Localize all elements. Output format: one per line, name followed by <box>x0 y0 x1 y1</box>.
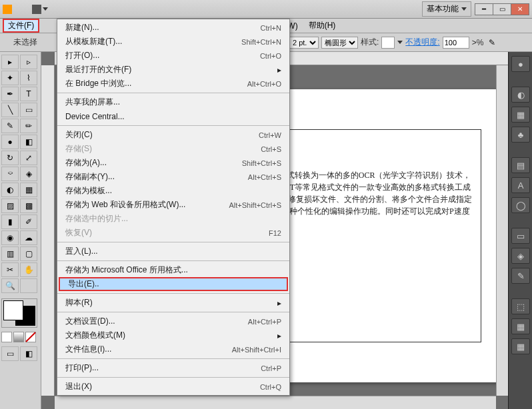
close-button[interactable]: ✕ <box>511 3 529 15</box>
tool-rotate[interactable]: ↻ <box>1 151 19 165</box>
tool-brush[interactable]: ✎ <box>1 119 19 133</box>
panel-icon-3[interactable]: ♣ <box>511 127 530 143</box>
menu-item[interactable]: 存储为(A)...Shift+Ctrl+S <box>57 156 289 170</box>
stroke-combo[interactable]: 2 pt. <box>289 37 319 49</box>
panel-icon-7[interactable]: ▭ <box>511 228 530 244</box>
menu-item[interactable]: 置入(L)... <box>57 244 289 258</box>
minimize-button[interactable]: ━ <box>475 3 493 15</box>
pct-label: >% <box>472 38 484 47</box>
menu-item[interactable]: 文件信息(I)...Alt+Shift+Ctrl+I <box>57 342 289 356</box>
panel-icon-1[interactable]: ◐ <box>511 87 530 103</box>
menu-item[interactable]: 脚本(R)▸ <box>57 296 289 310</box>
menu-item[interactable]: 存储副本(Y)...Alt+Ctrl+S <box>57 170 289 184</box>
menu-item[interactable]: 最近打开的文件(F)▸ <box>57 63 289 77</box>
tool-column-graph[interactable]: ▥ <box>1 246 19 261</box>
menu-item: 恢复(V)F12 <box>57 226 289 240</box>
menu-item[interactable]: 文档颜色模式(M)▸ <box>57 328 289 342</box>
style-swatch[interactable] <box>381 37 395 49</box>
ruler-vertical <box>41 65 55 396</box>
tool-pen[interactable]: ✒ <box>1 87 19 101</box>
tool-free[interactable]: ◈ <box>20 167 37 181</box>
layout-dropdown-icon[interactable] <box>43 7 48 11</box>
menu-file[interactable]: 文件(F) <box>3 19 39 33</box>
tool-shape-builder[interactable]: ◐ <box>1 183 19 197</box>
scrollbar-vertical[interactable] <box>496 65 508 396</box>
tool-mesh[interactable]: ▩ <box>20 199 37 213</box>
menu-item[interactable]: 从模板新建(T)...Shift+Ctrl+N <box>57 35 289 49</box>
toolbox: ▸▹ ✦⌇ ✒T ╲▭ ✎✏ ●◧ ↻⤢ ⌔◈ ◐▦ ▨▩ ▮✐ ◉☁ ▥▢ ✂… <box>0 52 41 409</box>
extra-icon[interactable]: ✎ <box>489 38 495 47</box>
menu-item[interactable]: 在 Bridge 中浏览...Alt+Ctrl+O <box>57 77 289 91</box>
panel-icon-8[interactable]: ◈ <box>511 248 530 264</box>
color-swatch[interactable] <box>1 298 37 328</box>
style-dropdown-icon[interactable] <box>397 41 403 44</box>
tool-live-paint[interactable]: ▦ <box>20 183 37 197</box>
panel-icon-10[interactable]: ⬚ <box>511 298 530 314</box>
style-label: 样式: <box>361 37 379 48</box>
tool-type[interactable]: T <box>20 87 37 101</box>
menu-item[interactable]: 共享我的屏幕... <box>57 95 289 109</box>
panel-icon-0[interactable]: ● <box>511 56 530 72</box>
fill-gradient[interactable] <box>13 332 24 342</box>
tool-slice[interactable]: ✂ <box>1 262 19 277</box>
workspace-switcher[interactable]: 基本功能 <box>422 1 471 17</box>
menu-help[interactable]: 帮助(H) <box>303 19 341 33</box>
tool-scale[interactable]: ⤢ <box>20 151 37 165</box>
tool-artboard[interactable]: ▢ <box>20 246 37 261</box>
menu-item[interactable]: 文档设置(D)...Alt+Ctrl+P <box>57 314 289 328</box>
chevron-down-icon <box>461 7 467 11</box>
workspace-label: 基本功能 <box>427 3 459 15</box>
tool-extra[interactable] <box>20 278 37 293</box>
panel-icon-9[interactable]: ✎ <box>511 268 530 284</box>
screen-mode[interactable]: ▭ <box>1 346 19 361</box>
tool-symbol[interactable]: ☁ <box>20 230 37 245</box>
menu-item[interactable]: 关闭(C)Ctrl+W <box>57 128 289 142</box>
tool-direct-select[interactable]: ▹ <box>20 55 37 69</box>
tool-wand[interactable]: ✦ <box>1 71 19 85</box>
right-panel: ●◐▦♣▤A◯▭◈✎⬚▦▦ <box>508 52 532 409</box>
panel-icon-6[interactable]: ◯ <box>511 197 530 213</box>
panel-icon-2[interactable]: ▦ <box>511 107 530 123</box>
tool-blend[interactable]: ◉ <box>1 230 19 245</box>
file-menu-dropdown: 新建(N)...Ctrl+N从模板新建(T)...Shift+Ctrl+N打开(… <box>57 19 290 396</box>
panel-icon-5[interactable]: A <box>511 177 530 193</box>
layout-icon[interactable] <box>32 5 41 14</box>
menu-item[interactable]: 存储为模板... <box>57 184 289 198</box>
tool-rect[interactable]: ▭ <box>20 103 37 117</box>
tool-hand[interactable]: ✋ <box>20 262 37 277</box>
tool-lasso[interactable]: ⌇ <box>20 71 37 85</box>
tool-selection[interactable]: ▸ <box>1 55 19 69</box>
menu-item: 存储(S)Ctrl+S <box>57 142 289 156</box>
tool-eyedropper[interactable]: ✐ <box>20 214 37 229</box>
app-icon <box>3 5 12 14</box>
maximize-button[interactable]: ▭ <box>493 3 511 15</box>
fill-none[interactable] <box>25 332 36 342</box>
opacity-input[interactable] <box>443 37 469 49</box>
tool-perspective[interactable]: ▨ <box>1 199 19 213</box>
menu-item[interactable]: 打印(P)...Ctrl+P <box>57 361 289 375</box>
menu-item[interactable]: 存储为 Web 和设备所用格式(W)...Alt+Shift+Ctrl+S <box>57 198 289 212</box>
menu-item[interactable]: 退出(X)Ctrl+Q <box>57 380 289 394</box>
tool-blob[interactable]: ● <box>1 135 19 149</box>
tool-width[interactable]: ⌔ <box>1 167 19 181</box>
menu-item[interactable]: Device Central... <box>57 109 289 123</box>
panel-icon-12[interactable]: ▦ <box>511 338 530 354</box>
menu-item[interactable]: 存储为 Microsoft Office 所用格式... <box>57 263 289 277</box>
panel-icon-11[interactable]: ▦ <box>511 318 530 334</box>
fill-solid[interactable] <box>1 332 12 342</box>
no-selection-label: 未选择 <box>13 37 37 48</box>
tool-pencil[interactable]: ✏ <box>20 119 37 133</box>
tool-eraser[interactable]: ◧ <box>20 135 37 149</box>
panel-icon-4[interactable]: ▤ <box>511 157 530 173</box>
opacity-label[interactable]: 不透明度: <box>405 37 439 48</box>
shape-combo[interactable]: 椭圆形 <box>321 37 358 49</box>
tool-zoom[interactable]: 🔍 <box>1 278 19 293</box>
menu-item[interactable]: 打开(O)...Ctrl+O <box>57 49 289 63</box>
draw-mode[interactable]: ◧ <box>20 346 37 361</box>
tool-line[interactable]: ╲ <box>1 103 19 117</box>
scrollbar-horizontal[interactable] <box>55 396 496 409</box>
menu-item[interactable]: 新建(N)...Ctrl+N <box>57 21 289 35</box>
menu-item[interactable]: 导出(E).. <box>59 277 288 291</box>
tool-gradient[interactable]: ▮ <box>1 214 19 229</box>
menu-item: 存储选中的切片... <box>57 212 289 226</box>
